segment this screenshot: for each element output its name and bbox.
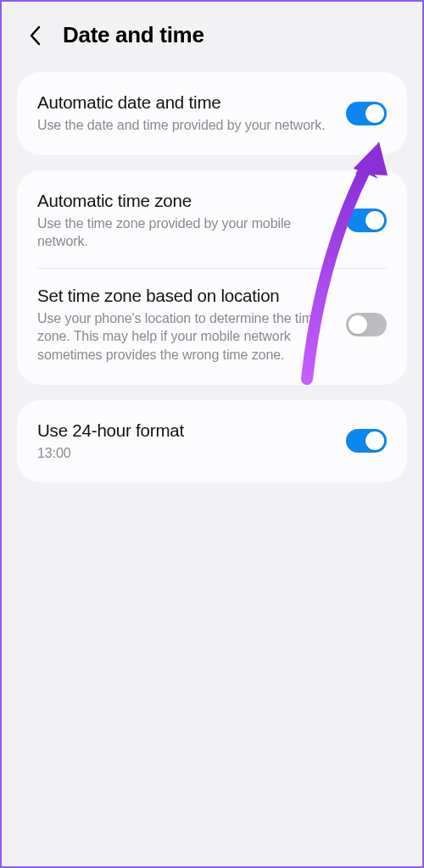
toggle-knob bbox=[365, 431, 384, 450]
toggle-knob bbox=[349, 315, 367, 334]
setting-desc: 13:00 bbox=[37, 444, 332, 463]
header: Date and time bbox=[2, 2, 422, 72]
setting-text: Use 24-hour format 13:00 bbox=[37, 420, 332, 463]
toggle-24hour[interactable] bbox=[346, 429, 387, 453]
row-24hour[interactable]: Use 24-hour format 13:00 bbox=[17, 403, 407, 480]
setting-title: Use 24-hour format bbox=[37, 420, 332, 441]
toggle-auto-timezone[interactable] bbox=[346, 209, 387, 232]
toggle-location-timezone[interactable] bbox=[346, 313, 387, 337]
setting-text: Automatic date and time Use the date and… bbox=[37, 92, 332, 135]
setting-title: Automatic time zone bbox=[37, 191, 332, 211]
page-title: Date and time bbox=[63, 22, 204, 48]
row-auto-timezone[interactable]: Automatic time zone Use the time zone pr… bbox=[17, 174, 407, 268]
toggle-knob bbox=[365, 211, 384, 230]
setting-text: Set time zone based on location Use your… bbox=[37, 286, 332, 364]
card-timezone: Automatic time zone Use the time zone pr… bbox=[17, 170, 407, 385]
setting-desc: Use the date and time provided by your n… bbox=[37, 116, 332, 135]
card-24hour: Use 24-hour format 13:00 bbox=[17, 400, 407, 483]
setting-title: Set time zone based on location bbox=[37, 286, 332, 306]
back-icon[interactable] bbox=[25, 25, 46, 46]
toggle-auto-datetime[interactable] bbox=[346, 102, 387, 125]
setting-desc: Use your phone's location to determine t… bbox=[37, 309, 332, 364]
setting-text: Automatic time zone Use the time zone pr… bbox=[37, 191, 332, 251]
toggle-knob bbox=[365, 104, 384, 123]
setting-desc: Use the time zone provided by your mobil… bbox=[37, 214, 332, 251]
row-auto-datetime[interactable]: Automatic date and time Use the date and… bbox=[17, 75, 407, 152]
row-location-timezone[interactable]: Set time zone based on location Use your… bbox=[17, 269, 407, 381]
setting-title: Automatic date and time bbox=[37, 92, 332, 113]
card-auto-datetime: Automatic date and time Use the date and… bbox=[17, 72, 407, 155]
